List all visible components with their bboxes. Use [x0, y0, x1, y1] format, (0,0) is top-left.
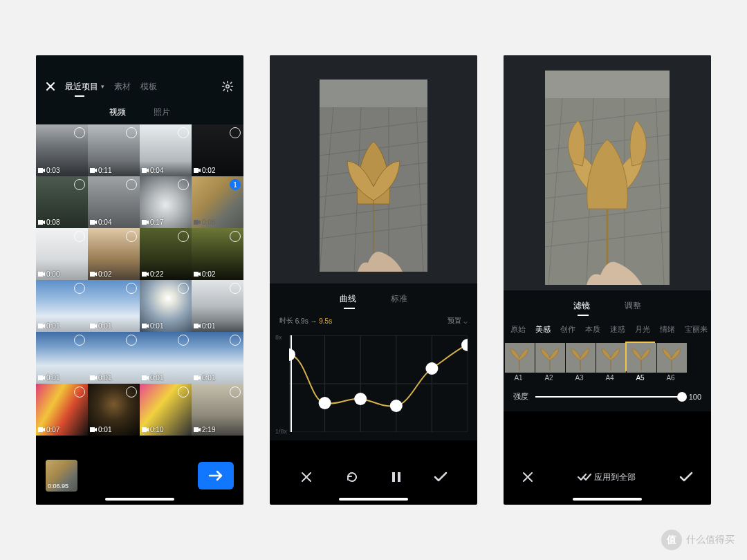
- filter-category[interactable]: 宝丽来: [685, 324, 708, 335]
- tab-curve[interactable]: 曲线: [340, 293, 356, 305]
- selected-thumb[interactable]: 0:06.95: [46, 460, 77, 492]
- filter-item[interactable]: A5: [625, 342, 655, 382]
- selection-ring[interactable]: [74, 335, 85, 346]
- pause-button[interactable]: [391, 472, 401, 483]
- filter-category[interactable]: 原始: [510, 324, 526, 335]
- filter-category[interactable]: 创作: [560, 324, 575, 335]
- media-cell[interactable]: 0:03: [36, 124, 88, 176]
- selection-ring[interactable]: [74, 283, 85, 294]
- duration-label: 0:04: [90, 218, 111, 226]
- media-cell[interactable]: 0:04: [140, 124, 192, 176]
- selection-ring[interactable]: [126, 335, 137, 346]
- selection-badge[interactable]: 1: [230, 179, 241, 190]
- gear-icon[interactable]: [221, 80, 234, 93]
- media-cell[interactable]: 0:22: [140, 228, 192, 280]
- intensity-slider[interactable]: [535, 396, 682, 398]
- media-cell[interactable]: 0:07: [36, 384, 88, 436]
- cancel-button[interactable]: [522, 471, 534, 483]
- clip-preview[interactable]: [545, 71, 670, 285]
- selection-ring[interactable]: [126, 127, 137, 138]
- filter-category[interactable]: 本质: [585, 324, 600, 335]
- subtab-video[interactable]: 视频: [109, 106, 126, 118]
- slider-knob[interactable]: [677, 392, 687, 402]
- apply-all-button[interactable]: 应用到全部: [578, 472, 636, 483]
- filter-category[interactable]: 情绪: [660, 324, 675, 335]
- media-cell[interactable]: 0:02: [192, 228, 243, 280]
- media-cell[interactable]: 0:02: [88, 228, 140, 280]
- tab-templates[interactable]: 模板: [140, 81, 157, 93]
- media-cell[interactable]: 0:01: [192, 280, 243, 332]
- speed-curve-chart[interactable]: 8x 1/8x: [270, 330, 477, 440]
- media-cell[interactable]: 0:17: [140, 176, 192, 228]
- media-cell[interactable]: 0:01: [140, 332, 192, 384]
- video-icon: [194, 427, 201, 432]
- media-cell[interactable]: 0:10: [140, 384, 192, 436]
- media-cell[interactable]: 0:01: [140, 280, 192, 332]
- selection-ring[interactable]: [230, 127, 241, 138]
- media-cell[interactable]: 0:01: [36, 332, 88, 384]
- tab-filter[interactable]: 滤镜: [573, 300, 590, 312]
- video-icon: [90, 272, 97, 277]
- selection-ring[interactable]: [126, 231, 137, 242]
- video-icon: [142, 375, 149, 380]
- selection-ring[interactable]: [178, 231, 189, 242]
- selection-ring[interactable]: [126, 179, 137, 190]
- filter-categories[interactable]: 原始美感创作本质迷惑月光情绪宝丽来: [504, 319, 711, 342]
- video-icon: [38, 324, 45, 328]
- selection-ring[interactable]: [230, 335, 241, 346]
- selection-ring[interactable]: [126, 386, 137, 398]
- selection-ring[interactable]: [178, 386, 189, 398]
- filter-category[interactable]: 迷惑: [610, 324, 625, 335]
- tab-adjust[interactable]: 调整: [625, 300, 641, 312]
- filter-category[interactable]: 美感: [535, 324, 551, 335]
- next-button[interactable]: [198, 462, 234, 489]
- video-icon: [142, 324, 149, 328]
- media-cell[interactable]: 0:04: [88, 176, 140, 228]
- filter-thumb: [534, 342, 564, 371]
- media-cell[interactable]: 0:11: [88, 124, 140, 176]
- filter-item[interactable]: A6: [656, 342, 685, 382]
- selection-ring[interactable]: [230, 231, 241, 242]
- media-cell[interactable]: 0:00: [36, 228, 88, 280]
- media-cell[interactable]: 0:02: [192, 124, 243, 176]
- filter-category[interactable]: 月光: [635, 324, 650, 335]
- confirm-button[interactable]: [434, 472, 448, 483]
- media-cell[interactable]: 0:01: [192, 332, 243, 384]
- close-icon[interactable]: [46, 82, 55, 91]
- duration-label: 0:01: [194, 374, 215, 382]
- filter-item[interactable]: A4: [595, 342, 625, 382]
- filter-item[interactable]: A2: [534, 342, 564, 382]
- filter-item[interactable]: A3: [564, 342, 594, 382]
- tab-recent[interactable]: 最近项目: [65, 81, 98, 93]
- selection-ring[interactable]: [178, 335, 189, 346]
- filter-item[interactable]: A1: [504, 342, 533, 382]
- media-cell[interactable]: 0:08: [36, 176, 88, 228]
- selection-ring[interactable]: [126, 283, 137, 294]
- media-cell[interactable]: 0:01: [88, 332, 140, 384]
- subtab-photo[interactable]: 照片: [154, 106, 170, 118]
- selection-ring[interactable]: [178, 127, 189, 138]
- selection-ring[interactable]: [178, 179, 189, 190]
- media-cell[interactable]: 0:01: [88, 280, 140, 332]
- selection-ring[interactable]: [74, 386, 85, 398]
- duration-label: 0:01: [38, 322, 59, 330]
- reset-button[interactable]: [345, 470, 359, 484]
- selection-ring[interactable]: [74, 179, 85, 190]
- media-cell[interactable]: 2:19: [192, 384, 243, 436]
- filter-strip[interactable]: A1A2A3A4A5A6: [504, 342, 711, 382]
- tab-standard[interactable]: 标准: [391, 293, 407, 305]
- confirm-button[interactable]: [679, 472, 693, 483]
- media-cell[interactable]: 0:01: [36, 280, 88, 332]
- selection-ring[interactable]: [74, 231, 85, 242]
- selection-ring[interactable]: [74, 127, 85, 138]
- selection-ring[interactable]: [230, 386, 241, 398]
- cancel-button[interactable]: [300, 471, 313, 483]
- clip-preview[interactable]: [320, 80, 427, 272]
- duration-label: 0:02: [90, 270, 111, 278]
- selection-ring[interactable]: [230, 283, 241, 294]
- tab-assets[interactable]: 素材: [114, 81, 131, 93]
- preset-dropdown[interactable]: 预置 ⌵: [448, 316, 468, 326]
- media-cell[interactable]: 0:01: [88, 384, 140, 436]
- selection-ring[interactable]: [178, 283, 189, 294]
- media-cell[interactable]: 10:06: [192, 176, 243, 228]
